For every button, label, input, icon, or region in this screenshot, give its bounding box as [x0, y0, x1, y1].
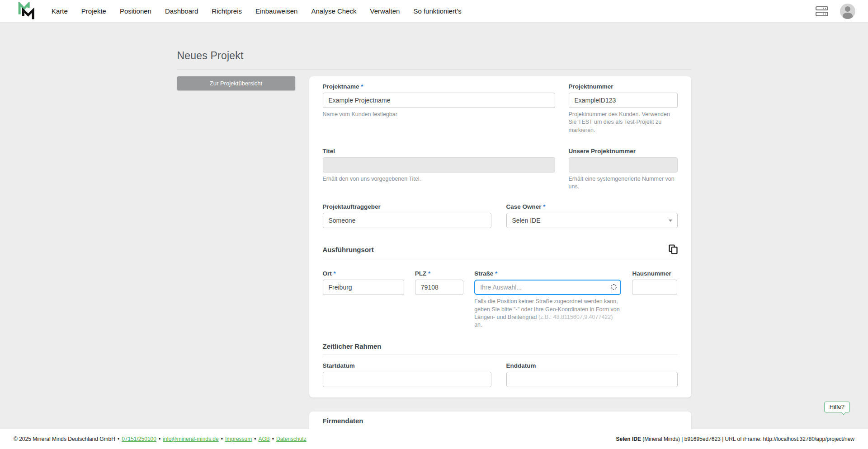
- section-ausfuehrungsort: Ausführungsort: [323, 244, 678, 259]
- case-owner-label: Case Owner: [506, 203, 542, 210]
- nav-item-projekte[interactable]: Projekte: [81, 7, 106, 15]
- footer-link-impressum[interactable]: Impressum: [225, 436, 252, 442]
- case-owner-selected-value: Selen IDE: [512, 217, 541, 224]
- footer-link-datenschutz[interactable]: Datenschutz: [276, 436, 307, 442]
- projektauftraggeber-input[interactable]: [323, 213, 491, 228]
- required-asterisk: *: [361, 83, 363, 90]
- strasse-input[interactable]: [474, 280, 621, 295]
- footer-left: © 2025 Mineral Minds Deutschland GmbH • …: [14, 436, 307, 442]
- case-owner-select[interactable]: Selen IDE: [506, 213, 678, 228]
- user-avatar[interactable]: [840, 4, 855, 19]
- field-strasse: Straße * Falls die Position keiner Straß…: [474, 270, 621, 329]
- field-projektnummer: Projektnummer Projektnummer des Kunden. …: [569, 83, 678, 134]
- nav-item-dashboard[interactable]: Dashboard: [165, 7, 198, 15]
- projektnummer-input[interactable]: [569, 93, 678, 108]
- titel-input: [323, 157, 555, 173]
- main-area: Neues Projekt Zur Projektübersicht Proje…: [0, 23, 868, 429]
- server-icon[interactable]: [816, 6, 828, 16]
- footer: © 2025 Mineral Minds Deutschland GmbH • …: [0, 429, 868, 449]
- footer-link-phone[interactable]: 07151/250100: [122, 436, 156, 442]
- field-plz: PLZ *: [415, 270, 463, 329]
- session-user: Selen IDE: [616, 436, 641, 442]
- projektname-helper: Name vom Kunden festlegbar: [323, 111, 555, 118]
- mineral-minds-logo-icon[interactable]: [16, 2, 37, 20]
- session-details: (Mineral Minds) | b91695ed7623 | URL of …: [641, 436, 854, 442]
- titel-helper: Erhält den von uns vorgegebenen Titel.: [323, 175, 555, 183]
- firmendaten-card: Firmendaten: [309, 412, 691, 429]
- startdatum-input[interactable]: [323, 372, 491, 387]
- field-titel: Titel Erhält den von uns vorgegebenen Ti…: [323, 148, 555, 191]
- ausfuehrungsort-heading: Ausführungsort: [323, 246, 374, 253]
- chevron-down-icon: [669, 220, 672, 222]
- section-zeitlicher-rahmen: Zeitlicher Rahmen: [323, 342, 678, 355]
- project-overview-button[interactable]: Zur Projektübersicht: [177, 76, 295, 90]
- nav-item-positionen[interactable]: Positionen: [120, 7, 151, 15]
- top-navigation-bar: Karte Projekte Positionen Dashboard Rich…: [0, 0, 868, 23]
- field-ort: Ort *: [323, 270, 404, 329]
- nav-item-karte[interactable]: Karte: [52, 7, 68, 15]
- nav-item-einbauweisen[interactable]: Einbauweisen: [255, 7, 297, 15]
- page-title: Neues Projekt: [177, 50, 691, 62]
- unsere-projektnummer-helper: Erhält eine systemgenerierte Nummer von …: [569, 175, 678, 191]
- ort-label: Ort: [323, 270, 332, 277]
- server-row: [816, 12, 828, 16]
- footer-link-agb[interactable]: AGB: [258, 436, 269, 442]
- avatar-head-icon: [845, 6, 850, 12]
- field-unsere-projektnummer: Unsere Projektnummer Erhält eine systemg…: [569, 148, 678, 191]
- help-button-label: Hilfe?: [830, 403, 844, 410]
- unsere-projektnummer-input: [569, 157, 678, 173]
- main-nav: Karte Projekte Positionen Dashboard Rich…: [52, 7, 462, 15]
- zeitlicher-rahmen-heading: Zeitlicher Rahmen: [323, 342, 382, 350]
- copy-icon[interactable]: [669, 244, 678, 254]
- unsere-projektnummer-label: Unsere Projektnummer: [569, 148, 678, 154]
- enddatum-input[interactable]: [506, 372, 678, 387]
- session-info: Selen IDE (Mineral Minds) | b91695ed7623…: [616, 436, 854, 442]
- field-case-owner: Case Owner * Selen IDE: [506, 203, 678, 228]
- required-asterisk: *: [495, 270, 497, 277]
- field-projektname: Projektname * Name vom Kunden festlegbar: [323, 83, 555, 134]
- projektnummer-label: Projektnummer: [569, 83, 678, 90]
- titel-label: Titel: [323, 148, 555, 154]
- copyright-text: © 2025 Mineral Minds Deutschland GmbH: [14, 436, 115, 442]
- projektauftraggeber-label: Projektauftraggeber: [323, 203, 491, 210]
- hausnummer-input[interactable]: [632, 280, 677, 295]
- nav-item-verwalten[interactable]: Verwalten: [370, 7, 400, 15]
- server-row: [816, 6, 828, 11]
- field-enddatum: Enddatum: [506, 362, 678, 387]
- firmendaten-heading: Firmendaten: [323, 417, 363, 425]
- nav-item-analyse-check[interactable]: Analyse Check: [311, 7, 356, 15]
- strasse-label: Straße: [474, 270, 493, 277]
- hausnummer-label: Hausnummer: [632, 270, 677, 277]
- footer-link-email[interactable]: info@mineral-minds.de: [163, 436, 219, 442]
- strasse-helper-example: (z.B.: 48.8115607,9.4077422): [538, 314, 613, 320]
- projektnummer-helper: Projektnummer des Kunden. Verwenden Sie …: [569, 111, 678, 134]
- plz-label: PLZ: [415, 270, 427, 277]
- plz-input[interactable]: [415, 280, 463, 295]
- help-button[interactable]: Hilfe?: [824, 402, 850, 412]
- required-asterisk: *: [428, 270, 430, 277]
- section-firmendaten: Firmendaten: [323, 417, 678, 429]
- avatar-shoulders-icon: [843, 13, 853, 19]
- new-project-form-card: Projektname * Name vom Kunden festlegbar…: [309, 76, 691, 398]
- required-asterisk: *: [543, 203, 545, 210]
- nav-item-richtpreis[interactable]: Richtpreis: [212, 7, 242, 15]
- projektname-input[interactable]: [323, 93, 555, 108]
- title-divider: [177, 69, 691, 70]
- projektname-label: Projektname: [323, 83, 359, 90]
- field-startdatum: Startdatum: [323, 362, 491, 387]
- ort-input[interactable]: [323, 280, 404, 295]
- strasse-helper: Falls die Position keiner Straße zugeord…: [474, 298, 621, 329]
- startdatum-label: Startdatum: [323, 362, 491, 369]
- field-projektauftraggeber: Projektauftraggeber: [323, 203, 491, 228]
- required-asterisk: *: [334, 270, 336, 277]
- field-hausnummer: Hausnummer: [632, 270, 677, 329]
- enddatum-label: Enddatum: [506, 362, 678, 369]
- nav-item-so-funktionierts[interactable]: So funktioniert's: [413, 7, 461, 15]
